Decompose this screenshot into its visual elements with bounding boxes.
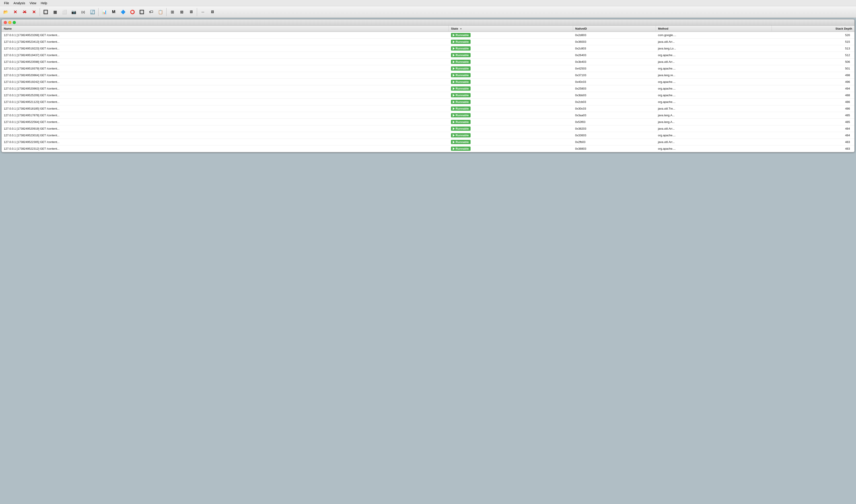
play-icon bbox=[453, 87, 455, 90]
export-button[interactable]: 🔷 bbox=[119, 7, 127, 17]
table-row[interactable]: 127.0.0.1 [1738249521123] GET /content..… bbox=[2, 99, 854, 105]
table-row[interactable]: 127.0.0.1 [1738249517878] GET /content..… bbox=[2, 112, 854, 119]
table-row[interactable]: 127.0.0.1 [1738249523016] GET /content..… bbox=[2, 132, 854, 139]
table-row[interactable]: 127.0.0.1 [1738249522564] GET /content..… bbox=[2, 119, 854, 125]
table-row[interactable]: 127.0.0.1 [1738249523598] GET /content..… bbox=[2, 58, 854, 65]
cell-method: java.lang.re... bbox=[655, 72, 771, 78]
maximize-button[interactable] bbox=[13, 21, 16, 24]
cell-method: org.apache.... bbox=[655, 52, 771, 58]
menu-file[interactable]: File bbox=[2, 1, 11, 5]
tag-button[interactable]: 🏷 bbox=[147, 7, 156, 17]
col-header-depth[interactable]: Stack Depth bbox=[772, 25, 854, 32]
cell-method: org.apache.... bbox=[655, 78, 771, 85]
cell-name: 127.0.0.1 [1738249518185] GET /content..… bbox=[2, 105, 449, 112]
stop-x-button[interactable]: ✕ bbox=[20, 7, 29, 17]
cell-nativeid: 0x36003 bbox=[573, 38, 655, 45]
cell-name: 127.0.0.1 [1738249525209] GET /content..… bbox=[2, 92, 449, 99]
table-row[interactable]: 127.0.0.1 [1738249518185] GET /content..… bbox=[2, 105, 854, 112]
cell-name: 127.0.0.1 [1738249521123] GET /content..… bbox=[2, 99, 449, 105]
table-row[interactable]: 127.0.0.1 [1738249523413] GET /content..… bbox=[2, 38, 854, 45]
table-row[interactable]: 127.0.0.1 [1738249523268] GET /content..… bbox=[2, 32, 854, 38]
clone-button[interactable]: ⬜ bbox=[60, 7, 69, 17]
table-row[interactable]: 127.0.0.1 [1738249519437] GET /content..… bbox=[2, 52, 854, 58]
col-header-nativeid[interactable]: NativeID bbox=[573, 25, 655, 32]
play-icon bbox=[453, 114, 455, 117]
play-icon bbox=[453, 80, 455, 83]
cell-state: Runnable bbox=[449, 72, 573, 78]
play-icon bbox=[453, 121, 455, 123]
cell-name: 127.0.0.1 [1738249522564] GET /content..… bbox=[2, 119, 449, 125]
separator-2 bbox=[98, 8, 99, 16]
close-button[interactable] bbox=[4, 21, 7, 24]
refresh-button[interactable]: 🔄 bbox=[88, 7, 97, 17]
play-icon bbox=[453, 141, 455, 143]
table-row[interactable]: 127.0.0.1 [1738249520863] GET /content..… bbox=[2, 85, 854, 92]
snapshot-button[interactable]: 📷 bbox=[69, 7, 78, 17]
circle-button[interactable]: ⭕ bbox=[128, 7, 137, 17]
play-icon bbox=[453, 107, 455, 110]
monitor-button[interactable]: 🖥 bbox=[187, 7, 195, 17]
cell-depth: 484 bbox=[772, 132, 854, 139]
cell-nativeid: 0x3aa03 bbox=[573, 112, 655, 119]
stop-all-button[interactable]: ✕ bbox=[30, 7, 38, 17]
cell-name: 127.0.0.1 [1738249520863] GET /content..… bbox=[2, 85, 449, 92]
col-header-name[interactable]: Name bbox=[2, 25, 449, 32]
cell-name: 127.0.0.1 [1738249519242] GET /content..… bbox=[2, 78, 449, 85]
grid-small-button[interactable]: ⊞ bbox=[168, 7, 177, 17]
cell-method: org.apache.... bbox=[655, 65, 771, 72]
layers-button[interactable]: 🔲 bbox=[137, 7, 146, 17]
stop-button[interactable]: ✕ bbox=[11, 7, 20, 17]
cell-state: Runnable bbox=[449, 45, 573, 52]
mail-button[interactable]: M bbox=[109, 7, 118, 17]
cell-name: 127.0.0.1 [1738249522305] GET /content..… bbox=[2, 139, 449, 145]
grid-large-button[interactable]: ⊠ bbox=[177, 7, 186, 17]
cell-method: java.util.Arr... bbox=[655, 58, 771, 65]
col-header-state[interactable]: State ▼ bbox=[449, 25, 573, 32]
col-header-method[interactable]: Method bbox=[655, 25, 771, 32]
cell-method: org.apache.... bbox=[655, 132, 771, 139]
cell-depth: 483 bbox=[772, 139, 854, 145]
open-button[interactable]: 📂 bbox=[1, 7, 10, 17]
play-icon bbox=[453, 94, 455, 97]
cell-method: com.google.... bbox=[655, 32, 771, 38]
table-row[interactable]: 127.0.0.1 [1738249520864] GET /content..… bbox=[2, 72, 854, 78]
window-button[interactable]: 🖥 bbox=[208, 7, 217, 17]
play-icon bbox=[453, 147, 455, 150]
cell-nativeid: 0x3b403 bbox=[573, 58, 655, 65]
cell-state: Runnable bbox=[449, 65, 573, 72]
minimize-button[interactable] bbox=[8, 21, 11, 24]
table-row[interactable]: 127.0.0.1 [1738249525209] GET /content..… bbox=[2, 92, 854, 99]
pages-button[interactable]: 📋 bbox=[156, 7, 165, 17]
cell-state: Runnable bbox=[449, 139, 573, 145]
pie-chart-button[interactable]: 📊 bbox=[100, 7, 109, 17]
cell-depth: 485 bbox=[772, 112, 854, 119]
cpu-button[interactable]: 🔲 bbox=[41, 7, 50, 17]
table-row[interactable]: 127.0.0.1 [1738249519379] GET /content..… bbox=[2, 65, 854, 72]
cell-nativeid: 0x2cb03 bbox=[573, 99, 655, 105]
cell-method: java.util.Arr... bbox=[655, 38, 771, 45]
play-icon bbox=[453, 67, 455, 70]
cell-state: Runnable bbox=[449, 125, 573, 132]
play-icon bbox=[453, 60, 455, 63]
table-row[interactable]: 127.0.0.1 [1738249519223] GET /content..… bbox=[2, 45, 854, 52]
table-row[interactable]: 127.0.0.1 [1738249519242] GET /content..… bbox=[2, 78, 854, 85]
cell-depth: 501 bbox=[772, 65, 854, 72]
menu-view[interactable]: View bbox=[28, 1, 38, 5]
cell-nativeid: 0x42503 bbox=[573, 65, 655, 72]
table-row[interactable]: 127.0.0.1 [1738249520919] GET /content..… bbox=[2, 125, 854, 132]
toolbar: 📂 ✕ ✕ ✕ 🔲 ▦ ⬜ 📷 (x) 🔄 📊 M 🔷 ⭕ 🔲 🏷 📋 ⊞ ⊠ … bbox=[0, 6, 856, 18]
table-row[interactable]: 127.0.0.1 [1738249522305] GET /content..… bbox=[2, 139, 854, 145]
play-icon bbox=[453, 127, 455, 130]
cell-nativeid: 0x38203 bbox=[573, 125, 655, 132]
menu-analysis[interactable]: Analysis bbox=[11, 1, 28, 5]
cell-nativeid: 0x3bb03 bbox=[573, 92, 655, 99]
cell-method: org.apache.... bbox=[655, 85, 771, 92]
window-titlebar bbox=[2, 19, 854, 25]
table-row[interactable]: 127.0.0.1 [1738249522312] GET /content..… bbox=[2, 145, 854, 152]
table-header-row: Name State ▼ NativeID Method Stack Depth bbox=[2, 25, 854, 32]
play-icon bbox=[453, 34, 455, 37]
menu-help[interactable]: Help bbox=[38, 1, 50, 5]
variable-button[interactable]: (x) bbox=[79, 7, 88, 17]
memory-button[interactable]: ▦ bbox=[51, 7, 59, 17]
spacer-button[interactable]: — bbox=[199, 7, 207, 17]
